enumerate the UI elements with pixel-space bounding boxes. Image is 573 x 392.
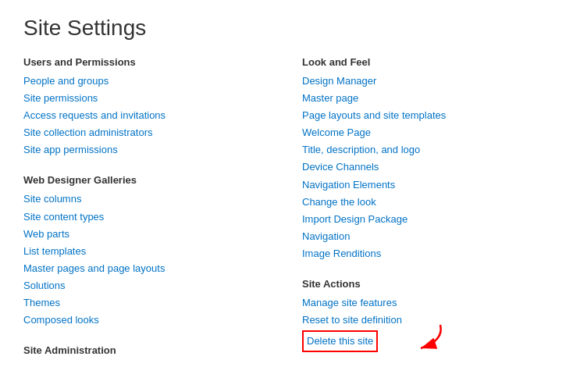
section-web-designer: Web Designer Galleries Site columns Site…: [23, 174, 271, 329]
link-device-channels[interactable]: Device Channels: [302, 159, 550, 176]
section-site-actions: Site Actions Manage site features Reset …: [302, 278, 550, 352]
section-users-permissions: Users and Permissions People and groups …: [23, 56, 271, 159]
link-master-page[interactable]: Master page: [302, 90, 550, 107]
link-welcome-page[interactable]: Welcome Page: [302, 124, 550, 141]
link-access-requests[interactable]: Access requests and invitations: [23, 107, 271, 124]
section-site-admin: Site Administration: [23, 344, 271, 356]
section-look-feel: Look and Feel Design Manager Master page…: [302, 56, 550, 262]
red-arrow-icon: [378, 321, 448, 360]
column-left: Users and Permissions People and groups …: [23, 56, 271, 372]
settings-grid: Users and Permissions People and groups …: [23, 56, 550, 372]
link-composed-looks[interactable]: Composed looks: [23, 312, 271, 329]
section-title-site-admin: Site Administration: [23, 344, 271, 356]
link-solutions[interactable]: Solutions: [23, 277, 271, 294]
link-navigation-elements[interactable]: Navigation Elements: [302, 176, 550, 194]
link-page-layouts[interactable]: Page layouts and site templates: [302, 107, 550, 124]
link-web-parts[interactable]: Web parts: [23, 226, 271, 243]
link-manage-features[interactable]: Manage site features: [302, 294, 550, 312]
link-themes[interactable]: Themes: [23, 294, 271, 312]
link-people-groups[interactable]: People and groups: [23, 73, 271, 90]
link-list-templates[interactable]: List templates: [23, 243, 271, 260]
section-title-web-designer: Web Designer Galleries: [23, 174, 271, 186]
delete-site-wrapper: Delete this site: [302, 330, 378, 352]
link-change-look[interactable]: Change the look: [302, 194, 550, 211]
link-master-pages[interactable]: Master pages and page layouts: [23, 260, 271, 277]
link-site-content-types[interactable]: Site content types: [23, 208, 271, 226]
column-right: Look and Feel Design Manager Master page…: [302, 56, 550, 372]
link-delete-site[interactable]: Delete this site: [302, 330, 378, 352]
page-title: Site Settings: [23, 16, 550, 41]
section-title-site-actions: Site Actions: [302, 278, 550, 290]
link-navigation[interactable]: Navigation: [302, 228, 550, 245]
link-site-permissions[interactable]: Site permissions: [23, 90, 271, 107]
link-title-description[interactable]: Title, description, and logo: [302, 141, 550, 159]
link-image-renditions[interactable]: Image Renditions: [302, 245, 550, 262]
section-title-users: Users and Permissions: [23, 56, 271, 68]
section-title-look-feel: Look and Feel: [302, 56, 550, 68]
link-site-columns[interactable]: Site columns: [23, 191, 271, 208]
link-site-collection-admins[interactable]: Site collection administrators: [23, 124, 271, 141]
link-import-design[interactable]: Import Design Package: [302, 211, 550, 228]
link-site-app-permissions[interactable]: Site app permissions: [23, 141, 271, 159]
link-design-manager[interactable]: Design Manager: [302, 73, 550, 90]
